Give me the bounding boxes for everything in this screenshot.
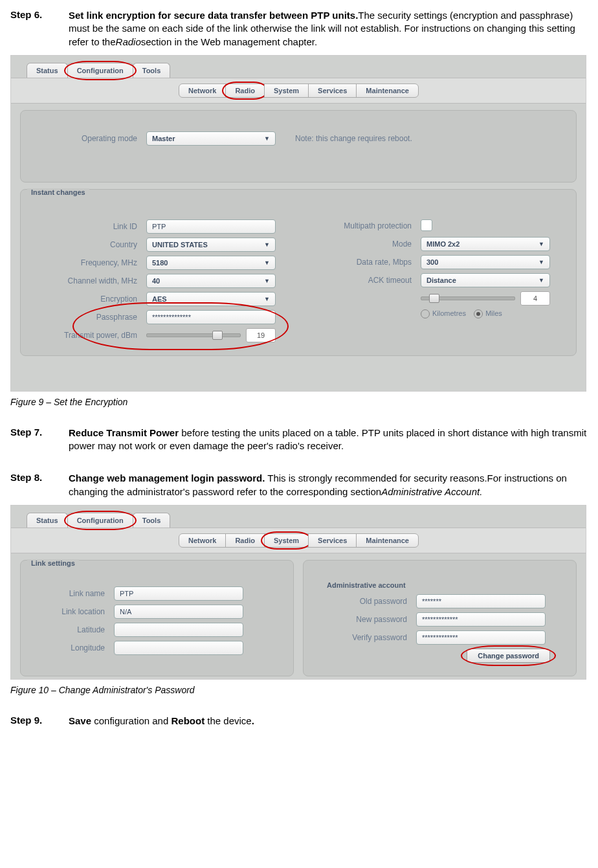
latitude-label: Latitude bbox=[34, 625, 114, 634]
step-7-label: Step 7. bbox=[10, 427, 69, 438]
verify-password-input[interactable]: ************* bbox=[416, 630, 546, 645]
step-9-dot: . bbox=[252, 715, 254, 726]
chevron-down-icon: ▼ bbox=[264, 274, 270, 288]
ack-timeout-select[interactable]: Distance▼ bbox=[421, 273, 550, 287]
frequency-value: 5180 bbox=[152, 256, 168, 270]
subtab-services[interactable]: Services bbox=[308, 533, 357, 548]
chevron-down-icon: ▼ bbox=[538, 237, 544, 251]
longitude-input[interactable] bbox=[114, 641, 243, 655]
subtab-system[interactable]: System bbox=[264, 83, 309, 98]
chevron-down-icon: ▼ bbox=[264, 131, 270, 146]
subtab-maintenance-label: Maintenance bbox=[366, 537, 409, 544]
step-6: Step 6. Set link encryption for secure d… bbox=[10, 9, 588, 49]
link-location-value: N/A bbox=[120, 605, 131, 619]
mode-value: MIMO 2x2 bbox=[426, 237, 460, 251]
link-settings-title: Link settings bbox=[27, 559, 79, 567]
distance-slider[interactable] bbox=[421, 296, 515, 300]
link-id-value: PTP bbox=[152, 219, 166, 234]
transmit-power-label: Transmit power, dBm bbox=[34, 331, 146, 340]
tab-configuration[interactable]: Configuration bbox=[67, 513, 133, 528]
subtab-services[interactable]: Services bbox=[308, 83, 357, 98]
old-password-label: Old password bbox=[316, 597, 416, 606]
old-password-input[interactable]: ******* bbox=[416, 594, 546, 608]
subtab-system-label: System bbox=[274, 87, 299, 95]
step-6-text2: section in the Web management chapter. bbox=[141, 36, 317, 47]
step-7-body: Reduce Transmit Power before testing the… bbox=[69, 427, 588, 453]
mode-label: Mode bbox=[308, 239, 421, 249]
step-9-mid: configuration and bbox=[91, 715, 171, 726]
encryption-value: AES bbox=[152, 292, 167, 306]
operating-mode-select[interactable]: Master ▼ bbox=[146, 131, 276, 146]
step-9: Step 9. Save configuration and Reboot th… bbox=[10, 715, 588, 728]
transmit-power-slider[interactable] bbox=[146, 333, 241, 337]
miles-label: Miles bbox=[485, 309, 502, 317]
step-9-body: Save configuration and Reboot the device… bbox=[69, 715, 588, 728]
sub-tab-bar: Network Radio System Services Maintenanc… bbox=[11, 78, 586, 104]
longitude-label: Longitude bbox=[34, 643, 114, 652]
chevron-down-icon: ▼ bbox=[538, 255, 544, 269]
chevron-down-icon: ▼ bbox=[264, 238, 270, 252]
new-password-value: ************* bbox=[422, 612, 458, 627]
distance-value[interactable]: 4 bbox=[520, 291, 550, 306]
tab-configuration-label: Configuration bbox=[77, 67, 124, 74]
link-location-input[interactable]: N/A bbox=[114, 605, 243, 619]
transmit-power-value[interactable]: 19 bbox=[246, 328, 276, 342]
operating-mode-row: Operating mode Master ▼ Note: this chang… bbox=[34, 131, 563, 146]
change-password-button[interactable]: Change password bbox=[467, 649, 550, 663]
sub-tab-bar-2: Network Radio System Services Maintenanc… bbox=[11, 528, 586, 553]
latitude-input[interactable] bbox=[114, 623, 243, 637]
tab-configuration[interactable]: Configuration bbox=[67, 63, 133, 78]
tab-tools[interactable]: Tools bbox=[133, 63, 171, 78]
step-9-end: the device bbox=[205, 715, 252, 726]
country-value: UNITED STATES bbox=[152, 238, 208, 252]
mode-select[interactable]: MIMO 2x2▼ bbox=[421, 237, 550, 251]
country-label: Country bbox=[34, 240, 146, 249]
link-name-value: PTP bbox=[120, 586, 133, 601]
channel-width-value: 40 bbox=[152, 274, 160, 288]
kilometres-radio[interactable] bbox=[421, 309, 430, 318]
step-6-lead: Set link encryption for secure data tran… bbox=[69, 10, 358, 21]
country-select[interactable]: UNITED STATES▼ bbox=[146, 238, 276, 252]
encryption-select[interactable]: AES▼ bbox=[146, 292, 276, 306]
tab-tools[interactable]: Tools bbox=[133, 513, 171, 528]
data-rate-select[interactable]: 300▼ bbox=[421, 255, 550, 269]
instant-changes-title: Instant changes bbox=[27, 188, 89, 196]
multipath-checkbox[interactable] bbox=[421, 219, 432, 231]
operating-mode-section: Operating mode Master ▼ Note: this chang… bbox=[20, 110, 577, 183]
step-6-body: Set link encryption for secure data tran… bbox=[69, 9, 588, 49]
subtab-radio[interactable]: Radio bbox=[225, 83, 265, 98]
subtab-network[interactable]: Network bbox=[179, 533, 226, 548]
subtab-system[interactable]: System bbox=[264, 533, 309, 548]
tab-tools-label: Tools bbox=[142, 517, 161, 524]
subtab-radio[interactable]: Radio bbox=[225, 533, 265, 548]
instant-left-col: Link IDPTP CountryUNITED STATES▼ Frequen… bbox=[34, 216, 289, 346]
new-password-input[interactable]: ************* bbox=[416, 612, 546, 627]
tab-status[interactable]: Status bbox=[27, 513, 68, 528]
miles-radio[interactable] bbox=[474, 309, 483, 318]
tab-status[interactable]: Status bbox=[27, 63, 68, 78]
link-name-input[interactable]: PTP bbox=[114, 586, 243, 601]
tab-configuration-label: Configuration bbox=[77, 517, 124, 524]
link-id-input[interactable]: PTP bbox=[146, 219, 276, 234]
operating-mode-value: Master bbox=[152, 131, 175, 146]
step-8-lead: Change web management login password. bbox=[69, 473, 265, 484]
subtab-network-label: Network bbox=[188, 87, 216, 95]
verify-password-label: Verify password bbox=[316, 633, 416, 642]
slider-thumb-icon[interactable] bbox=[212, 331, 223, 340]
step-9-reboot: Reboot bbox=[171, 715, 205, 726]
subtab-maintenance[interactable]: Maintenance bbox=[356, 83, 419, 98]
tab-status-label: Status bbox=[36, 67, 58, 74]
subtab-maintenance[interactable]: Maintenance bbox=[356, 533, 419, 548]
sub-tabs: Network Radio System Services Maintenanc… bbox=[179, 83, 418, 98]
slider-thumb-icon[interactable] bbox=[429, 294, 439, 303]
step-8-body: Change web management login password. Th… bbox=[69, 472, 588, 498]
link-id-label: Link ID bbox=[34, 222, 146, 231]
passphrase-input[interactable]: ************** bbox=[146, 310, 276, 324]
channel-width-select[interactable]: 40▼ bbox=[146, 274, 276, 288]
chevron-down-icon: ▼ bbox=[264, 292, 270, 306]
subtab-network[interactable]: Network bbox=[179, 83, 226, 98]
step-9-save: Save bbox=[69, 715, 91, 726]
admin-account-title: Administrative account bbox=[323, 581, 570, 589]
admin-account-section: Administrative account Old password*****… bbox=[303, 560, 577, 676]
frequency-select[interactable]: 5180▼ bbox=[146, 256, 276, 270]
